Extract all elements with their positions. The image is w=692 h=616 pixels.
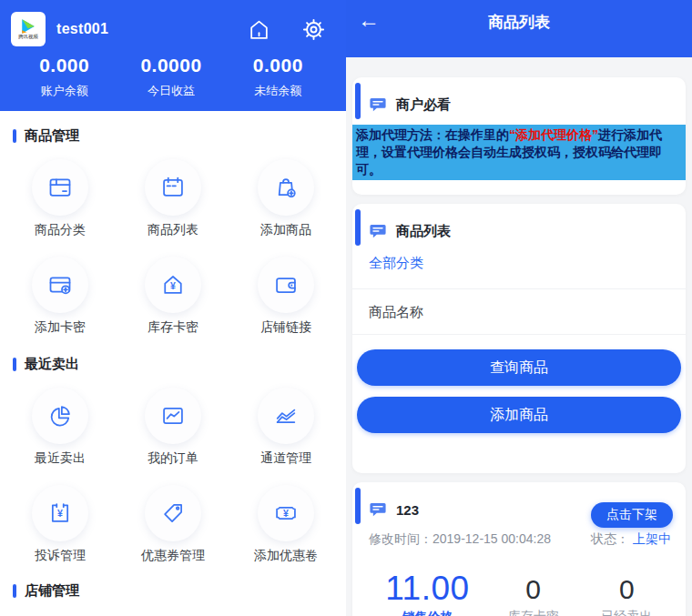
settings-gear-icon[interactable] <box>301 17 326 42</box>
product-card: 123 点击下架 修改时间：2019-12-15 00:04:28 状态： 上架… <box>352 482 686 616</box>
product-name: 123 <box>396 502 419 518</box>
product-name-input[interactable] <box>352 289 686 334</box>
notice-highlighted-text: 添加代理方法：在操作里的“添加代理价格”进行添加代理，设置代理价格会自动生成授权… <box>352 125 686 180</box>
price-column: 11.00 销售价格 <box>365 570 490 616</box>
coupon-tag-icon <box>145 485 201 541</box>
notice-card-title: 商户必看 <box>396 96 451 114</box>
account-stats: 0.000 账户余额 0.0000 今日收益 0.000 未结余额 <box>11 55 331 99</box>
sold-count: 0 <box>577 574 677 605</box>
menu-item-my-orders[interactable]: 我的订单 <box>145 388 201 467</box>
menu-item-add-card-key[interactable]: 最近卖出 添加卡密 <box>32 257 88 336</box>
divider <box>352 334 686 335</box>
goods-list-calendar-icon <box>145 159 201 216</box>
menu-item-coupon-management[interactable]: 优惠券管理 <box>141 485 205 564</box>
svg-text:¥: ¥ <box>283 508 289 519</box>
card-accent-bar <box>355 83 361 119</box>
sale-price-label: 销售价格 <box>365 610 490 616</box>
add-goods-bag-icon <box>258 159 314 216</box>
menu-item-add-goods[interactable]: 添加商品 <box>258 159 314 238</box>
sold-label: 已经卖出 <box>577 609 677 616</box>
complaint-box-yen-icon: ¥ <box>32 485 88 541</box>
card-accent-bar <box>355 209 361 246</box>
product-list-content: 商户必看 添加代理方法：在操作里的“添加代理价格”进行添加代理，设置代理价格会自… <box>346 77 692 616</box>
goods-management-grid: 商品分类 商品列表 添加商品 最近卖出 添加卡密 <box>4 159 342 336</box>
menu-item-goods-category[interactable]: 商品分类 <box>32 159 88 238</box>
svg-text:¥: ¥ <box>57 508 63 519</box>
stat-today-income: 0.0000 今日收益 <box>117 55 224 99</box>
sold-column: 0 已经卖出 <box>577 570 677 616</box>
sale-price: 11.00 <box>365 570 490 608</box>
product-meta-row: 修改时间：2019-12-15 00:04:28 状态： 上架中 <box>352 530 686 548</box>
product-status: 状态： 上架中 <box>591 531 671 548</box>
section-accent-bar <box>13 129 16 143</box>
message-bubble-icon <box>369 500 387 519</box>
menu-item-add-coupon[interactable]: ¥ 添加优惠卷 <box>254 485 318 564</box>
menu-item-recent-sold[interactable]: 最近卖出 <box>32 388 88 467</box>
channel-trend-icon <box>258 388 314 444</box>
notice-prefix: 添加代理方法： <box>356 127 445 142</box>
goods-category-icon <box>32 159 88 216</box>
app-logo: 腾讯视频 <box>11 12 46 46</box>
stock-label: 库存卡密 <box>490 609 577 616</box>
product-filter-card: 商品列表 全部分类 查询商品 添加商品 <box>352 204 686 473</box>
add-card-key-icon <box>32 257 88 313</box>
section-title-shop-management: 店铺管理 <box>13 582 346 600</box>
product-stats-row: 11.00 销售价格 0 库存卡密 0 已经卖出 <box>352 548 686 616</box>
menu-item-stock-card-key[interactable]: ¥ 库存卡密 <box>145 257 201 336</box>
svg-text:¥: ¥ <box>170 280 176 291</box>
app-logo-caption: 腾讯视频 <box>18 35 38 38</box>
status-value[interactable]: 上架中 <box>633 531 671 548</box>
recent-sold-pie-icon <box>32 388 88 444</box>
notice-red-text: “添加代理价格” <box>509 127 598 142</box>
menu-item-shop-link[interactable]: 店铺链接 <box>258 257 314 336</box>
message-bubble-icon <box>369 222 387 240</box>
home-icon[interactable] <box>248 17 270 42</box>
product-list-panel: ← 商品列表 商户必看 添加代理方法：在操作里的“添加代理价格”进行添加代理，设… <box>346 0 692 616</box>
search-product-button[interactable]: 查询商品 <box>357 349 681 386</box>
menu-item-goods-list[interactable]: 商品列表 <box>145 159 201 238</box>
modified-time: 修改时间：2019-12-15 00:04:28 <box>369 531 551 548</box>
username: test001 <box>56 21 108 37</box>
menu-item-complaint-management[interactable]: ¥ 投诉管理 <box>32 485 88 564</box>
filter-card-title: 商品列表 <box>396 223 451 240</box>
shop-link-wallet-icon <box>258 257 314 313</box>
section-title-goods-management: 商品管理 <box>13 127 346 145</box>
back-arrow-icon[interactable]: ← <box>358 7 380 33</box>
category-selector[interactable]: 全部分类 <box>352 251 686 288</box>
add-coupon-banknote-icon: ¥ <box>258 485 314 541</box>
status-label: 状态： <box>591 531 629 548</box>
product-list-header: ← 商品列表 <box>346 0 692 57</box>
dashboard-header: 腾讯视频 test001 <box>0 0 346 111</box>
message-bubble-icon <box>369 96 387 114</box>
merchant-notice-card: 商户必看 添加代理方法：在操作里的“添加代理价格”进行添加代理，设置代理价格会自… <box>352 77 686 195</box>
stock-column: 0 库存卡密 <box>490 570 577 616</box>
dashboard-panel: 腾讯视频 test001 <box>0 0 346 616</box>
notice-text: 在操作里的 <box>445 127 509 142</box>
section-accent-bar <box>13 584 16 598</box>
page-title: 商品列表 <box>488 12 550 33</box>
stock-count: 0 <box>490 574 577 605</box>
stat-balance: 0.000 账户余额 <box>11 55 117 99</box>
stat-unsettled: 0.000 未结余额 <box>225 55 331 99</box>
section-title-recent-sold: 最近卖出 <box>13 356 346 373</box>
add-product-button[interactable]: 添加商品 <box>357 397 681 433</box>
menu-item-channel-management[interactable]: 通道管理 <box>258 388 314 467</box>
take-off-shelf-button[interactable]: 点击下架 <box>591 502 673 528</box>
stock-house-yen-icon: ¥ <box>145 257 201 313</box>
card-accent-bar <box>355 488 361 524</box>
section-accent-bar <box>13 358 16 371</box>
recent-sold-grid: 最近卖出 我的订单 通道管理 ¥ 投诉管理 <box>4 388 342 564</box>
my-orders-chart-icon <box>145 388 201 444</box>
